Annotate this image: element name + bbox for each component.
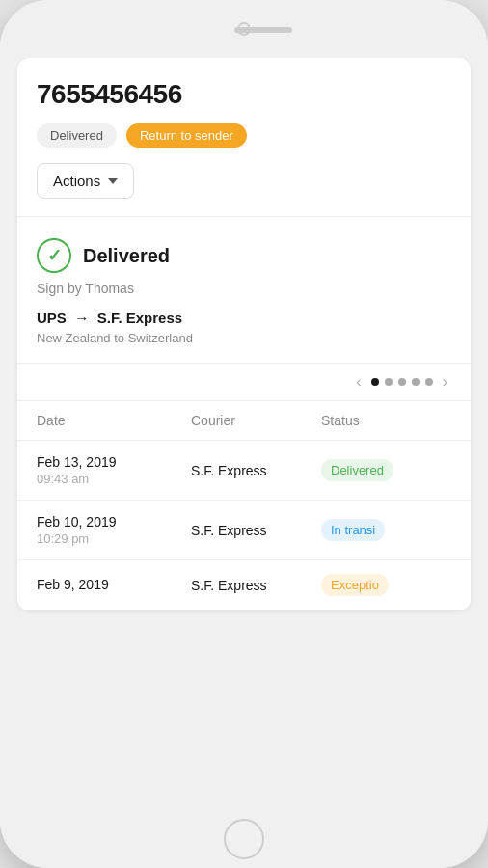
col-status: Status: [321, 413, 451, 428]
col-date: Date: [37, 413, 191, 428]
dot-4[interactable]: [412, 378, 420, 386]
next-arrow[interactable]: ›: [439, 373, 451, 391]
route-from: UPS: [37, 310, 67, 326]
status-badge: Delivered: [321, 459, 393, 481]
table-row: Feb 9, 2019 S.F. Express Exceptio: [17, 560, 471, 610]
status-badge: In transi: [321, 519, 385, 541]
table-row: Feb 10, 2019 10:29 pm S.F. Express In tr…: [17, 501, 471, 560]
phone-top-bar: [0, 0, 488, 58]
actions-button[interactable]: Actions: [37, 163, 134, 199]
actions-label: Actions: [53, 173, 100, 189]
dots-navigation: ‹ ›: [17, 364, 471, 401]
route-to: S.F. Express: [97, 310, 182, 326]
date-cell: Feb 13, 2019 09:43 am: [37, 454, 191, 486]
home-button[interactable]: [224, 819, 264, 859]
courier-cell: S.F. Express: [191, 523, 321, 538]
phone-bottom-bar: [0, 810, 488, 868]
delivered-badge: Delivered: [37, 123, 117, 148]
dot-2[interactable]: [385, 378, 393, 386]
status-badge: Exceptio: [321, 574, 389, 596]
card-header: 7655456456 Delivered Return to sender Ac…: [17, 58, 471, 217]
courier-cell: S.F. Express: [191, 463, 321, 478]
col-courier: Courier: [191, 413, 321, 428]
date-time: 09:43 am: [37, 472, 191, 486]
phone-shell: 7655456456 Delivered Return to sender Ac…: [0, 0, 488, 868]
delivered-icon: ✓: [37, 238, 71, 273]
main-card: 7655456456 Delivered Return to sender Ac…: [17, 58, 471, 610]
table-row: Feb 13, 2019 09:43 am S.F. Express Deliv…: [17, 441, 471, 501]
phone-content: 7655456456 Delivered Return to sender Ac…: [0, 58, 488, 810]
table-header: Date Courier Status: [17, 401, 471, 441]
courier-cell: S.F. Express: [191, 578, 321, 593]
status-row: ✓ Delivered: [37, 238, 451, 273]
date-main: Feb 13, 2019: [37, 454, 191, 470]
card-status: ✓ Delivered Sign by Thomas UPS → S.F. Ex…: [17, 217, 471, 364]
return-to-sender-badge: Return to sender: [126, 123, 247, 148]
route-arrow: →: [74, 310, 89, 326]
date-cell: Feb 9, 2019: [37, 577, 191, 594]
dot-3[interactable]: [398, 378, 406, 386]
chevron-down-icon: [108, 178, 118, 184]
route-sub: New Zealand to Switzerland: [37, 331, 451, 345]
date-time: 10:29 pm: [37, 531, 191, 546]
tracking-number: 7655456456: [37, 79, 451, 110]
date-main: Feb 9, 2019: [37, 577, 191, 592]
dot-5[interactable]: [425, 378, 433, 386]
speaker-icon: [234, 27, 292, 33]
prev-arrow[interactable]: ‹: [352, 373, 365, 391]
sign-by-text: Sign by Thomas: [37, 281, 451, 296]
status-label: Delivered: [83, 245, 170, 267]
badges-row: Delivered Return to sender: [37, 123, 451, 148]
dot-1[interactable]: [371, 378, 379, 386]
checkmark-icon: ✓: [47, 245, 62, 266]
date-main: Feb 10, 2019: [37, 514, 191, 529]
route-row: UPS → S.F. Express: [37, 310, 451, 327]
date-cell: Feb 10, 2019 10:29 pm: [37, 514, 191, 546]
